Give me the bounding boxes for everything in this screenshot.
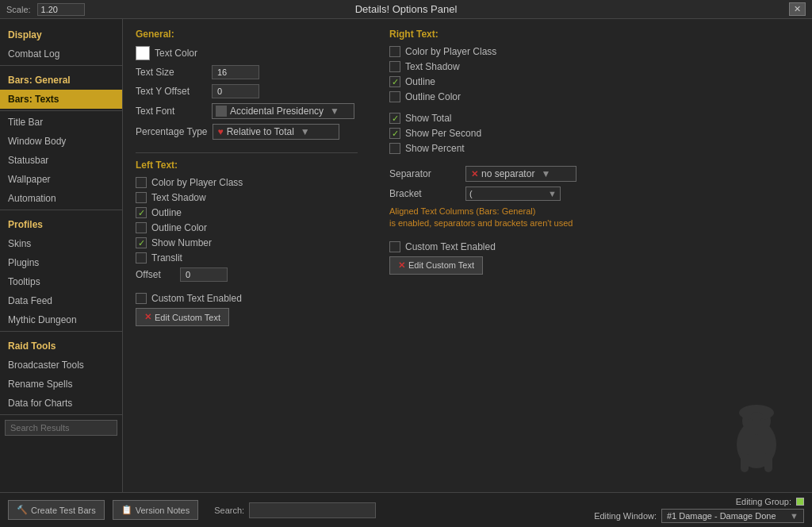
sidebar-item-rename-spells[interactable]: Rename Spells (0, 375, 122, 394)
left-translit-checkbox[interactable] (136, 252, 147, 264)
right-custom-text-enabled-label: Custom Text Enabled (405, 241, 496, 252)
text-font-dropdown[interactable]: Accidental Presidency ▼ (212, 103, 354, 119)
right-show-per-second-row: Show Per Second (389, 128, 799, 139)
separator-label: Separator (389, 168, 461, 179)
text-font-value: Accidental Presidency (230, 106, 324, 117)
left-custom-text-enabled-checkbox[interactable] (136, 293, 147, 304)
left-show-number-checkbox[interactable] (136, 237, 147, 248)
left-translit-label: Translit (151, 252, 182, 264)
sidebar-item-skins[interactable]: Skins (0, 234, 122, 253)
separator-row: Separator ✕ no separator ▼ (389, 166, 799, 182)
bracket-label: Bracket (389, 188, 461, 199)
right-show-percent-checkbox[interactable] (389, 143, 400, 154)
text-color-swatch[interactable] (136, 46, 150, 60)
percentage-type-label: Percentage Type (136, 126, 208, 137)
bracket-value: ( (469, 189, 473, 198)
left-outline-row: Outline (136, 207, 358, 218)
create-test-bars-label: Create Test Bars (31, 506, 96, 515)
separator-dropdown-arrow: ▼ (541, 168, 550, 179)
right-text-shadow-label: Text Shadow (405, 61, 460, 72)
left-outline-color-row: Outline Color (136, 222, 358, 233)
right-outline-label: Outline (405, 76, 435, 87)
right-outline-checkbox[interactable] (389, 76, 400, 87)
sidebar-item-broadcaster-tools[interactable]: Broadcaster Tools (0, 356, 122, 375)
sidebar-item-display[interactable]: Display (0, 25, 122, 44)
heart-icon: ♥ (218, 126, 224, 137)
bracket-dropdown-arrow: ▼ (548, 189, 557, 198)
left-offset-row: Offset (136, 267, 358, 282)
right-outline-color-checkbox[interactable] (389, 91, 400, 102)
sidebar-item-data-feed[interactable]: Data Feed (0, 291, 122, 310)
left-column: General: Text Color Text Size Text Y Off… (136, 29, 358, 483)
right-show-percent-row: Show Percent (389, 143, 799, 154)
scale-input[interactable] (37, 3, 85, 16)
scale-section: Scale: (6, 3, 85, 16)
close-button[interactable]: ✕ (789, 2, 806, 16)
search-label: Search: (214, 506, 244, 515)
editing-window-dropdown[interactable]: #1 Damage - Damage Done ▼ (661, 509, 804, 523)
right-edit-custom-text-button[interactable]: ✕ Edit Custom Text (389, 256, 483, 275)
sidebar-item-data-for-charts[interactable]: Data for Charts (0, 394, 122, 413)
left-edit-custom-text-label: Edit Custom Text (155, 313, 220, 322)
left-outline-color-checkbox[interactable] (136, 222, 147, 233)
right-color-by-player-label: Color by Player Class (405, 46, 496, 57)
separator-dropdown[interactable]: ✕ no separator ▼ (465, 166, 576, 182)
sidebar-item-mythic-dungeon[interactable]: Mythic Dungeon (0, 310, 122, 329)
version-notes-button[interactable]: 📋 Version Notes (113, 500, 198, 520)
left-text-shadow-checkbox[interactable] (136, 192, 147, 203)
left-edit-custom-text-button[interactable]: ✕ Edit Custom Text (136, 308, 229, 326)
left-color-by-player-checkbox[interactable] (136, 177, 147, 188)
text-size-input[interactable] (212, 65, 259, 79)
bracket-dropdown[interactable]: ( ▼ (465, 187, 561, 201)
sidebar-divider-1 (0, 65, 122, 66)
sidebar-item-wallpaper[interactable]: Wallpaper (0, 170, 122, 189)
sidebar-item-combat-log[interactable]: Combat Log (0, 44, 122, 63)
text-size-row: Text Size (136, 65, 358, 79)
percentage-type-row: Percentage Type ♥ Relative to Total ▼ (136, 124, 358, 140)
right-edit-custom-text-label: Edit Custom Text (408, 260, 474, 270)
search-input[interactable] (249, 502, 376, 518)
left-offset-input[interactable] (180, 267, 228, 282)
left-translit-row: Translit (136, 252, 358, 264)
editing-group-dot (796, 498, 804, 506)
editing-window-arrow: ▼ (790, 511, 799, 521)
right-show-per-second-checkbox[interactable] (389, 128, 400, 139)
general-section-title: General: (136, 29, 358, 40)
left-text-shadow-label: Text Shadow (151, 192, 206, 203)
right-custom-text-enabled-checkbox[interactable] (389, 241, 400, 252)
left-custom-text-enabled-row: Custom Text Enabled (136, 293, 358, 304)
svg-rect-4 (764, 452, 772, 472)
sidebar-item-bars-general[interactable]: Bars: General (0, 71, 122, 90)
sidebar-item-automation[interactable]: Automation (0, 189, 122, 208)
right-show-percent-label: Show Percent (405, 143, 465, 154)
left-outline-checkbox[interactable] (136, 207, 147, 218)
sidebar-item-tooltips[interactable]: Tooltips (0, 272, 122, 291)
right-color-by-player-checkbox[interactable] (389, 46, 400, 57)
percentage-type-dropdown[interactable]: ♥ Relative to Total ▼ (213, 124, 339, 140)
bottom-bar: 🔨 Create Test Bars 📋 Version Notes Searc… (0, 492, 812, 527)
create-test-bars-button[interactable]: 🔨 Create Test Bars (8, 500, 105, 520)
right-text-shadow-row: Text Shadow (389, 61, 799, 72)
text-y-offset-input[interactable] (212, 84, 259, 98)
right-text-shadow-checkbox[interactable] (389, 61, 400, 72)
text-y-offset-label: Text Y Offset (136, 86, 207, 97)
search-section: Search: (214, 502, 376, 518)
sidebar-item-title-bar[interactable]: Title Bar (0, 113, 122, 132)
sidebar-item-bars-texts[interactable]: Bars: Texts (0, 90, 122, 109)
sidebar-item-window-body[interactable]: Window Body (0, 132, 122, 151)
right-outline-color-label: Outline Color (405, 91, 461, 102)
search-results-input[interactable] (5, 420, 117, 436)
svg-point-5 (750, 412, 763, 421)
sidebar-item-plugins[interactable]: Plugins (0, 253, 122, 272)
sidebar-divider-4 (0, 331, 122, 332)
right-outline-color-row: Outline Color (389, 91, 799, 102)
sidebar-item-raid-tools[interactable]: Raid Tools (0, 337, 122, 356)
sidebar-item-profiles[interactable]: Profiles (0, 215, 122, 234)
right-color-by-player-row: Color by Player Class (389, 46, 799, 57)
sidebar: Display Combat Log Bars: General Bars: T… (0, 19, 123, 492)
left-outline-color-label: Outline Color (151, 222, 207, 233)
sidebar-item-statusbar[interactable]: Statusbar (0, 151, 122, 170)
right-show-total-checkbox[interactable] (389, 113, 400, 124)
left-text-shadow-row: Text Shadow (136, 192, 358, 203)
right-custom-text-enabled-row: Custom Text Enabled (389, 241, 799, 252)
